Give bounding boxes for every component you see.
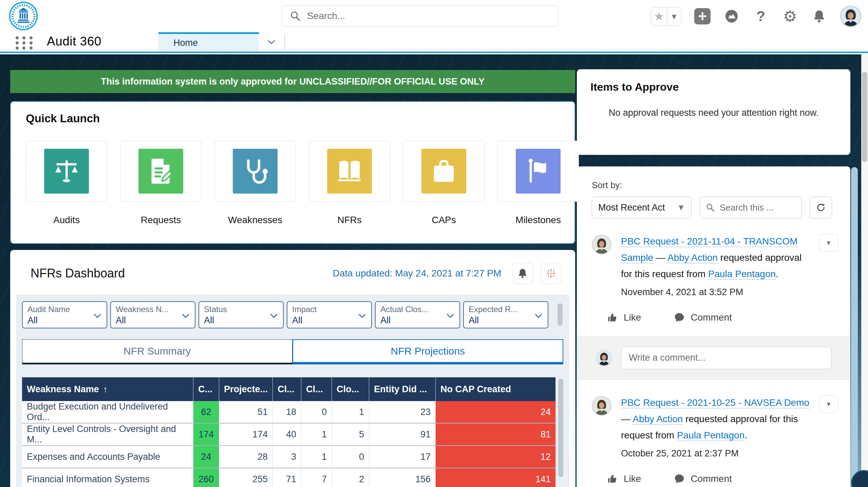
filter-expected-resolution[interactable]: Expected R... All	[463, 301, 548, 328]
column-header-cl2[interactable]: Cl...	[301, 377, 332, 401]
table-cell: 156	[369, 468, 436, 487]
column-header-entity-did[interactable]: Entity Did ...	[369, 377, 436, 401]
filter-weakness-name[interactable]: Weakness N... All	[110, 301, 195, 328]
feed-item: PBC Request - 2021-10-25 - NAVSEA Demo —…	[577, 380, 850, 487]
comment-button[interactable]: Comment	[674, 312, 732, 323]
table-scrollbar[interactable]	[558, 379, 563, 477]
column-header-c[interactable]: C...	[193, 377, 219, 401]
column-header-cl1[interactable]: Cl...	[273, 377, 301, 401]
app-name: Audit 360	[47, 34, 101, 49]
filter-status[interactable]: Status All	[199, 301, 284, 328]
page-scrollbar-thumb[interactable]	[862, 72, 867, 162]
quick-launch-tile-nfrs[interactable]: NFRs	[309, 141, 390, 226]
filter-actual-close[interactable]: Actual Clos... All	[375, 301, 460, 328]
comment-input[interactable]	[629, 353, 824, 363]
quick-launch-tile-requests[interactable]: Requests	[120, 141, 202, 226]
quick-launch-tile-milestones[interactable]: Milestones	[497, 141, 579, 226]
feed-actor-link[interactable]: Abby Action	[633, 414, 683, 425]
items-to-approve-empty-message: No approval requests need your attention…	[590, 108, 837, 118]
table-row[interactable]: Expenses and Accounts Payable	[22, 446, 193, 468]
tab-nfr-projections[interactable]: NFR Projections	[293, 339, 564, 364]
page-scrollbar[interactable]	[861, 54, 868, 487]
caret-down-icon: ▾	[672, 12, 676, 21]
embedded-dashboard: Audit Name All Weakness N... All Status …	[16, 295, 569, 487]
column-header-no-cap-created[interactable]: No CAP Created	[436, 377, 556, 401]
setup-button[interactable]: ⚙	[782, 8, 798, 24]
scales-icon	[52, 156, 81, 186]
feed-search-input[interactable]	[720, 202, 796, 213]
table-cell: 260	[193, 468, 219, 487]
tableau-pulse-button[interactable]	[541, 263, 562, 284]
column-header-weakness-name[interactable]: Weakness Name ↑	[22, 377, 193, 401]
feed-card: Sort by: Most Recent Act ▼ PBC Request -…	[577, 166, 850, 487]
flag-icon	[523, 156, 553, 186]
tab-nfr-summary[interactable]: NFR Summary	[22, 339, 293, 364]
table-row[interactable]: Budget Execution and Undelivered Ord...	[22, 401, 193, 423]
global-actions-button[interactable]: +	[694, 8, 711, 24]
feed-sort-dropdown[interactable]: Most Recent Act ▼	[592, 197, 692, 218]
filter-audit-name[interactable]: Audit Name All	[22, 301, 107, 328]
notifications-button[interactable]	[811, 8, 827, 24]
filters-scrollbar[interactable]	[558, 303, 563, 326]
document-icon	[146, 156, 176, 186]
user-avatar[interactable]	[840, 6, 861, 27]
table-cell: 0	[301, 401, 332, 423]
table-cell: 23	[369, 401, 436, 423]
column-header-projected[interactable]: Projecte...	[219, 377, 273, 401]
favorites-dropdown-button[interactable]: ▾	[667, 7, 681, 25]
table-row[interactable]: Financial Information Systems	[22, 468, 193, 487]
refresh-icon	[815, 202, 826, 213]
tile-label: Weaknesses	[228, 215, 282, 226]
feed-avatar	[592, 396, 611, 416]
help-icon: ?	[756, 8, 765, 24]
trailhead-icon	[724, 9, 739, 24]
app-launcher-button[interactable]	[16, 36, 34, 50]
feed-requester-link[interactable]: Paula Pentagon	[677, 430, 744, 441]
tab-home[interactable]: Home	[158, 32, 259, 52]
avatar-photo	[592, 397, 611, 415]
quick-launch-tile-weaknesses[interactable]: Weaknesses	[214, 141, 296, 226]
column-header-closed[interactable]: Clo...	[332, 377, 369, 401]
caret-down-icon: ▼	[677, 203, 685, 212]
table-cell: 81	[436, 423, 556, 446]
table-cell: 3	[273, 446, 301, 468]
like-button[interactable]: Like	[607, 312, 641, 323]
filter-impact[interactable]: Impact All	[287, 301, 372, 328]
comment-bubble-icon	[674, 312, 685, 323]
feed-item-menu-button[interactable]: ▾	[819, 234, 838, 252]
table-cell: 71	[273, 468, 301, 487]
comment-input-box[interactable]	[621, 347, 831, 369]
favorite-star-button[interactable]: ★	[651, 7, 667, 25]
tile-label: Milestones	[515, 215, 561, 226]
chevron-down-icon	[181, 311, 191, 321]
feed-search[interactable]	[700, 197, 801, 218]
feed-requester-link[interactable]: Paula Pentagon	[708, 269, 776, 280]
sparkle-icon	[545, 268, 557, 279]
quick-launch-title: Quick Launch	[26, 112, 560, 125]
feed-refresh-button[interactable]	[810, 197, 832, 218]
table-cell: 7	[301, 468, 332, 487]
global-search[interactable]	[282, 5, 558, 26]
feed-actor-link[interactable]: Abby Action	[667, 252, 718, 264]
items-to-approve-title: Items to Approve	[590, 81, 837, 93]
quick-launch-tile-audits[interactable]: Audits	[26, 141, 107, 226]
help-button[interactable]: ?	[753, 8, 769, 24]
feed-item-menu-button[interactable]: ▾	[819, 395, 838, 413]
global-search-input[interactable]	[307, 11, 550, 21]
table-cell: 12	[436, 446, 556, 468]
comment-button[interactable]: Comment	[674, 473, 732, 485]
chevron-down-icon	[357, 311, 367, 321]
like-button[interactable]: Like	[607, 473, 641, 485]
sidebar-scrollbar-thumb[interactable]	[851, 167, 858, 487]
table-row[interactable]: Entity Level Controls - Oversight and M.…	[22, 423, 193, 446]
feed-record-link[interactable]: PBC Request - 2021-10-25 - NAVSEA Demo	[621, 397, 809, 409]
quick-launch-tile-caps[interactable]: CAPs	[403, 141, 485, 226]
dashboard-alerts-button[interactable]	[512, 263, 533, 284]
thumbs-up-icon	[607, 312, 618, 323]
stethoscope-icon	[240, 156, 270, 186]
chevron-down-icon	[266, 37, 277, 47]
trailhead-button[interactable]	[723, 8, 740, 24]
chevron-down-icon	[533, 311, 544, 321]
home-tab-dropdown[interactable]	[266, 37, 278, 47]
sort-by-label: Sort by:	[577, 180, 850, 191]
